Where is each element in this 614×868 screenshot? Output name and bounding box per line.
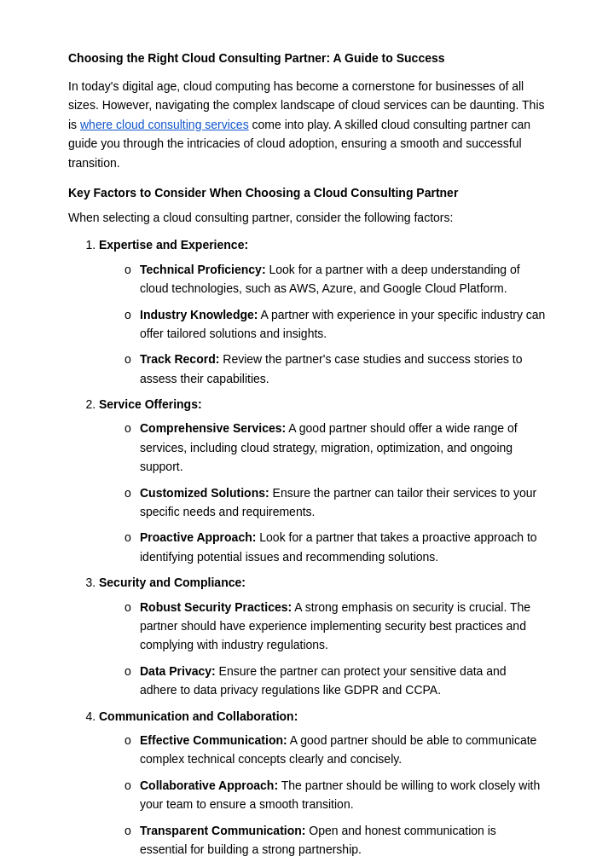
sub-item-2-3: Proactive Approach: Look for a partner t… (125, 528, 546, 566)
sub-item-3-1-label: Robust Security Practices: (140, 600, 292, 614)
sub-item-1-2-label: Industry Knowledge: (140, 308, 258, 321)
sub-item-4-2-label: Collaborative Approach: (140, 778, 278, 792)
sub-item-1-1: Technical Proficiency: Look for a partne… (125, 260, 546, 298)
list-item-1: Expertise and Experience: Technical Prof… (99, 235, 546, 388)
sub-item-1-2: Industry Knowledge: A partner with exper… (125, 305, 546, 344)
sub-item-2-2-label: Customized Solutions: (140, 486, 269, 500)
page-container: Choosing the Right Cloud Consulting Part… (0, 0, 614, 868)
sub-item-4-2: Collaborative Approach: The partner shou… (125, 776, 546, 814)
sub-item-2-1-label: Comprehensive Services: (140, 421, 286, 435)
sub-item-2-2: Customized Solutions: Ensure the partner… (125, 483, 546, 522)
sub-item-2-3-label: Proactive Approach: (140, 530, 256, 544)
sub-item-3-2-label: Data Privacy: (140, 664, 216, 678)
cloud-consulting-link[interactable]: where cloud consulting services (80, 118, 249, 131)
list-item-4: Communication and Collaboration: Effecti… (99, 707, 546, 859)
sub-item-3-2: Data Privacy: Ensure the partner can pro… (125, 662, 546, 700)
list-item-2: Service Offerings: Comprehensive Service… (99, 395, 546, 566)
sub-item-4-1-label: Effective Communication: (140, 733, 287, 747)
sub-item-1-3-label: Track Record: (140, 352, 219, 366)
sub-list-2: Comprehensive Services: A good partner s… (99, 419, 546, 566)
sub-item-4-3-label: Transparent Communication: (140, 824, 305, 837)
list-item-4-label: Communication and Collaboration: (99, 709, 298, 723)
sub-item-4-1: Effective Communication: A good partner … (125, 731, 546, 769)
sub-list-4: Effective Communication: A good partner … (99, 731, 546, 859)
sub-item-2-1: Comprehensive Services: A good partner s… (125, 419, 546, 476)
section1: Key Factors to Consider When Choosing a … (68, 186, 546, 868)
sub-list-3: Robust Security Practices: A strong emph… (99, 598, 546, 700)
list-item-3-label: Security and Compliance: (99, 576, 246, 589)
list-item-1-label: Expertise and Experience: (99, 238, 248, 252)
sub-item-1-1-label: Technical Proficiency: (140, 263, 266, 276)
list-item-3: Security and Compliance: Robust Security… (99, 573, 546, 699)
sub-item-3-1: Robust Security Practices: A strong emph… (125, 598, 546, 655)
main-list: Expertise and Experience: Technical Prof… (68, 235, 546, 868)
page-title: Choosing the Right Cloud Consulting Part… (68, 51, 546, 65)
section1-heading: Key Factors to Consider When Choosing a … (68, 186, 546, 200)
intro-paragraph: In today's digital age, cloud computing … (68, 77, 546, 172)
list-item-2-label: Service Offerings: (99, 397, 202, 411)
sub-list-1: Technical Proficiency: Look for a partne… (99, 260, 546, 388)
section1-intro: When selecting a cloud consulting partne… (68, 208, 546, 227)
sub-item-1-3: Track Record: Review the partner's case … (125, 350, 546, 388)
sub-item-4-3: Transparent Communication: Open and hone… (125, 821, 546, 859)
